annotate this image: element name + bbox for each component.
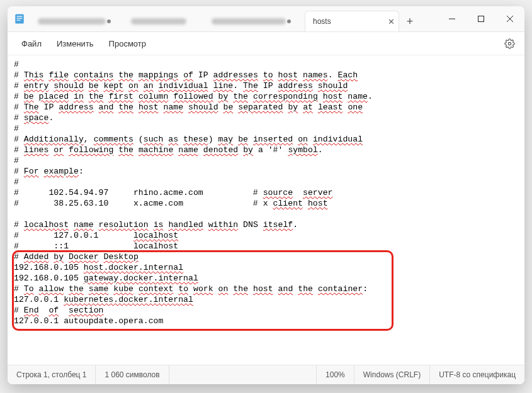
close-icon[interactable]: ✕ xyxy=(388,17,395,26)
svg-rect-3 xyxy=(17,20,21,21)
unsaved-dot-icon xyxy=(107,19,111,23)
menu-edit[interactable]: Изменить xyxy=(49,36,101,51)
statusbar: Строка 1, столбец 1 1 060 символов 100% … xyxy=(8,365,524,384)
status-encoding: UTF-8 со спецификац xyxy=(430,365,524,384)
tab-1[interactable] xyxy=(31,11,125,31)
tab-2[interactable] xyxy=(125,11,205,31)
svg-rect-0 xyxy=(15,14,24,24)
tabs: hosts ✕ + xyxy=(31,6,438,31)
maximize-button[interactable] xyxy=(467,6,495,31)
tab-hosts[interactable]: hosts ✕ xyxy=(305,11,399,31)
window-controls xyxy=(438,6,524,31)
status-spacer xyxy=(169,365,317,384)
close-button[interactable] xyxy=(495,6,524,31)
titlebar: hosts ✕ + xyxy=(8,6,524,32)
status-cursor-pos: Строка 1, столбец 1 xyxy=(8,365,96,384)
new-tab-button[interactable]: + xyxy=(399,11,421,31)
tab-label: hosts xyxy=(313,17,331,26)
notepad-window: hosts ✕ + Файл Изменить Просмотр # # Thi… xyxy=(8,6,524,384)
svg-rect-2 xyxy=(17,18,23,19)
menu-view[interactable]: Просмотр xyxy=(101,36,154,51)
settings-button[interactable] xyxy=(501,35,518,52)
status-eol: Windows (CRLF) xyxy=(354,365,430,384)
minimize-button[interactable] xyxy=(438,6,467,31)
status-zoom[interactable]: 100% xyxy=(317,365,354,384)
svg-rect-5 xyxy=(478,16,484,22)
status-char-count: 1 060 символов xyxy=(96,365,169,384)
app-icon xyxy=(8,6,31,31)
menubar: Файл Изменить Просмотр xyxy=(8,32,524,55)
editor[interactable]: # # This file contains the mappings of I… xyxy=(8,55,524,365)
tab-3[interactable] xyxy=(205,11,305,31)
svg-point-8 xyxy=(508,42,511,45)
svg-rect-1 xyxy=(17,16,23,17)
unsaved-dot-icon xyxy=(287,19,291,23)
menu-file[interactable]: Файл xyxy=(14,36,49,51)
